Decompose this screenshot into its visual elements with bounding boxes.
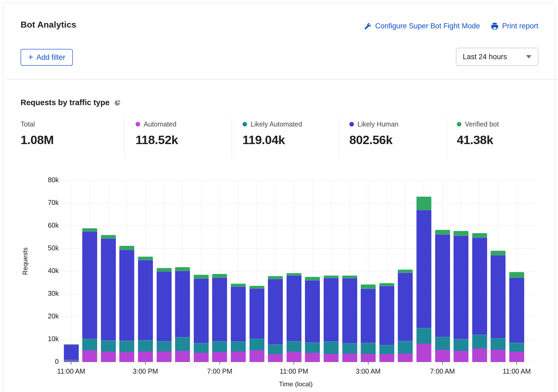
bar-segment-verified-bot[interactable] <box>416 197 431 210</box>
bar-segment-automated[interactable] <box>342 354 357 362</box>
bar-segment-likely-human[interactable] <box>398 273 413 341</box>
bar-segment-likely-automated[interactable] <box>101 340 116 352</box>
bar-segment-verified-bot[interactable] <box>398 270 413 273</box>
bar-segment-likely-automated[interactable] <box>398 341 413 354</box>
bar-segment-verified-bot[interactable] <box>287 273 301 275</box>
bar-segment-automated[interactable] <box>416 344 431 362</box>
bar-segment-automated[interactable] <box>454 351 468 362</box>
bar-segment-automated[interactable] <box>324 354 339 362</box>
bar-segment-automated[interactable] <box>250 350 264 362</box>
bar-segment-likely-human[interactable] <box>416 210 431 328</box>
bar-segment-verified-bot[interactable] <box>231 284 246 287</box>
bar-segment-likely-human[interactable] <box>287 275 301 341</box>
bar-segment-likely-automated[interactable] <box>324 341 339 354</box>
chart-bar[interactable] <box>82 228 97 362</box>
bar-segment-likely-human[interactable] <box>305 280 320 343</box>
bar-segment-likely-human[interactable] <box>194 278 209 343</box>
bar-segment-automated[interactable] <box>509 352 524 362</box>
bar-segment-verified-bot[interactable] <box>82 228 97 231</box>
bar-segment-verified-bot[interactable] <box>194 275 209 278</box>
bar-segment-likely-human[interactable] <box>64 345 79 360</box>
bar-segment-verified-bot[interactable] <box>454 231 468 236</box>
chart-bar[interactable] <box>157 268 172 362</box>
bar-segment-verified-bot[interactable] <box>119 246 134 250</box>
bar-segment-verified-bot[interactable] <box>491 251 506 255</box>
print-report-link[interactable]: Print report <box>491 22 538 30</box>
bar-segment-likely-automated[interactable] <box>268 344 283 354</box>
bar-segment-likely-automated[interactable] <box>119 341 134 352</box>
bar-segment-likely-automated[interactable] <box>287 341 301 352</box>
bar-segment-likely-human[interactable] <box>138 260 153 340</box>
bar-segment-likely-human[interactable] <box>472 238 487 335</box>
bar-segment-likely-automated[interactable] <box>435 337 450 350</box>
chart-bar[interactable] <box>324 275 339 362</box>
chart-bar[interactable] <box>175 267 190 362</box>
bar-segment-likely-automated[interactable] <box>379 345 394 354</box>
bar-segment-likely-human[interactable] <box>361 289 376 343</box>
bar-segment-likely-human[interactable] <box>212 278 227 341</box>
chart-bar[interactable] <box>491 251 506 362</box>
bar-segment-likely-human[interactable] <box>268 279 283 344</box>
bar-segment-verified-bot[interactable] <box>324 275 339 278</box>
bar-segment-likely-automated[interactable] <box>212 341 227 352</box>
bar-segment-likely-automated[interactable] <box>157 341 172 352</box>
chart-bar[interactable] <box>342 275 357 362</box>
bar-segment-verified-bot[interactable] <box>268 276 283 279</box>
chart-bar[interactable] <box>435 230 450 362</box>
bar-segment-likely-automated[interactable] <box>472 335 487 348</box>
configure-super-bot-fight-mode-link[interactable]: Configure Super Bot Fight Mode <box>364 22 480 30</box>
bar-segment-likely-human[interactable] <box>342 278 357 343</box>
bar-segment-automated[interactable] <box>379 354 394 362</box>
chart-bar[interactable] <box>379 283 394 362</box>
bar-segment-verified-bot[interactable] <box>305 277 320 280</box>
bar-segment-automated[interactable] <box>157 351 172 362</box>
bar-segment-automated[interactable] <box>119 352 134 362</box>
bar-segment-likely-human[interactable] <box>82 231 97 339</box>
bar-segment-verified-bot[interactable] <box>250 286 264 288</box>
bar-segment-automated[interactable] <box>231 351 246 362</box>
bar-segment-verified-bot[interactable] <box>138 257 153 260</box>
bar-segment-likely-automated[interactable] <box>175 337 190 351</box>
add-filter-button[interactable]: + Add filter <box>21 49 73 66</box>
chart-bar[interactable] <box>454 231 468 362</box>
bar-segment-automated[interactable] <box>82 350 97 362</box>
chart-bar[interactable] <box>212 274 227 362</box>
time-range-select[interactable]: Last 24 hours <box>456 48 538 66</box>
chart-bar[interactable] <box>101 235 116 362</box>
bar-segment-verified-bot[interactable] <box>472 233 487 238</box>
chart-bar[interactable] <box>250 286 264 362</box>
chart-bar[interactable] <box>194 275 209 362</box>
chart-bar[interactable] <box>119 246 134 362</box>
bar-segment-likely-automated[interactable] <box>342 343 357 354</box>
bar-segment-automated[interactable] <box>101 352 116 362</box>
bar-segment-likely-human[interactable] <box>324 278 339 341</box>
bar-segment-likely-automated[interactable] <box>454 339 468 351</box>
bar-segment-likely-automated[interactable] <box>194 343 209 353</box>
bar-segment-automated[interactable] <box>212 352 227 362</box>
bar-segment-likely-automated[interactable] <box>250 339 264 350</box>
bar-segment-verified-bot[interactable] <box>212 274 227 277</box>
bar-segment-likely-automated[interactable] <box>138 340 153 351</box>
bar-segment-likely-human[interactable] <box>231 287 246 341</box>
bar-segment-likely-automated[interactable] <box>509 343 524 352</box>
bar-segment-likely-automated[interactable] <box>231 341 246 351</box>
bar-segment-automated[interactable] <box>361 354 376 362</box>
bar-segment-automated[interactable] <box>287 352 301 362</box>
bar-segment-automated[interactable] <box>491 350 506 362</box>
chart-bar[interactable] <box>231 284 246 362</box>
bar-segment-automated[interactable] <box>138 351 153 362</box>
bar-segment-likely-automated[interactable] <box>416 328 431 344</box>
bar-segment-likely-human[interactable] <box>509 278 524 343</box>
bar-segment-verified-bot[interactable] <box>101 235 116 238</box>
bar-segment-verified-bot[interactable] <box>435 230 450 234</box>
bar-segment-likely-automated[interactable] <box>82 339 97 350</box>
chart-bar[interactable] <box>305 277 320 362</box>
chart-bar[interactable] <box>361 284 376 362</box>
bar-segment-automated[interactable] <box>435 350 450 362</box>
bar-segment-verified-bot[interactable] <box>157 268 172 271</box>
chart-bar[interactable] <box>287 273 301 362</box>
bar-segment-automated[interactable] <box>472 348 487 362</box>
bar-segment-likely-automated[interactable] <box>361 343 376 354</box>
bar-segment-verified-bot[interactable] <box>175 267 190 271</box>
bar-segment-verified-bot[interactable] <box>379 283 394 286</box>
